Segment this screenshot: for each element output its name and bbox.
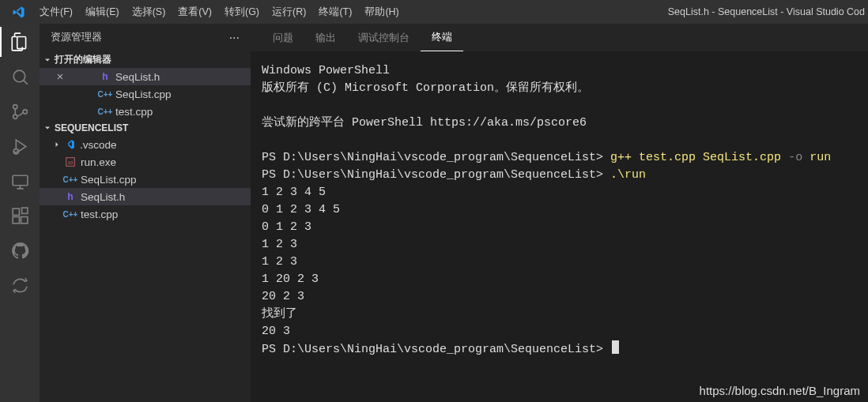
- close-icon[interactable]: [55, 72, 68, 81]
- workspace-label: SEQUENCELIST: [55, 122, 128, 133]
- file-label: run.exe: [81, 156, 116, 168]
- open-editors-list: hSeqList.hC++SeqList.cppC++test.cpp: [40, 68, 251, 120]
- panel-tabs: 问题输出调试控制台终端: [251, 24, 868, 51]
- header-file-icon: h: [98, 71, 112, 82]
- menu-item[interactable]: 转到(G): [218, 0, 266, 24]
- svg-rect-6: [13, 209, 19, 215]
- main-area: 问题输出调试控制台终端 Windows PowerShell 版权所有 (C) …: [251, 24, 868, 402]
- file-label: SeqList.cpp: [115, 88, 172, 100]
- search-icon[interactable]: [9, 66, 30, 87]
- github-icon[interactable]: [9, 240, 30, 261]
- file-label: SeqList.h: [81, 191, 125, 203]
- svg-point-0: [13, 70, 25, 82]
- file-item[interactable]: 10run.exe: [40, 153, 251, 171]
- svg-rect-9: [21, 208, 27, 213]
- svg-rect-7: [13, 216, 19, 223]
- open-editors-label: 打开的编辑器: [55, 53, 111, 66]
- explorer-header: 资源管理器 ···: [40, 24, 251, 51]
- chevron-down-icon: [43, 123, 52, 133]
- menubar: 文件(F)编辑(E)选择(S)查看(V)转到(G)运行(R)终端(T)帮助(H)…: [0, 0, 868, 24]
- menu-item[interactable]: 帮助(H): [358, 0, 405, 24]
- workspace-shell: 资源管理器 ··· 打开的编辑器 hSeqList.hC++SeqList.cp…: [0, 24, 868, 402]
- extensions-icon[interactable]: [9, 205, 30, 226]
- workspace-header[interactable]: SEQUENCELIST: [40, 120, 251, 136]
- explorer-title: 资源管理器: [51, 31, 102, 44]
- run-debug-icon[interactable]: [9, 136, 30, 156]
- svg-point-2: [13, 115, 17, 118]
- menu-item[interactable]: 查看(V): [172, 0, 218, 24]
- panel-tab[interactable]: 调试控制台: [347, 24, 421, 51]
- window-title: SeqList.h - SequenceList - Visual Studio…: [668, 6, 865, 17]
- open-editor-item[interactable]: C++SeqList.cpp: [40, 85, 251, 103]
- svg-text:10: 10: [68, 160, 74, 165]
- open-editors-section[interactable]: 打开的编辑器: [40, 51, 251, 68]
- source-control-icon[interactable]: [9, 101, 30, 122]
- panel-tab[interactable]: 问题: [262, 24, 304, 51]
- open-editor-item[interactable]: C++test.cpp: [40, 103, 251, 120]
- sync-icon[interactable]: [9, 275, 30, 295]
- menu-item[interactable]: 选择(S): [126, 0, 172, 24]
- menu-item[interactable]: 终端(T): [312, 0, 358, 24]
- cpp-file-icon: C++: [63, 210, 77, 219]
- svg-point-3: [23, 109, 27, 113]
- binary-file-icon: 10: [63, 156, 77, 167]
- workspace-tree: .vscode10run.exeC++SeqList.cpphSeqList.h…: [40, 136, 251, 223]
- explorer-icon[interactable]: [9, 32, 30, 52]
- panel-tab[interactable]: 终端: [421, 23, 463, 51]
- cpp-file-icon: C++: [63, 175, 77, 184]
- svg-rect-8: [21, 216, 27, 223]
- file-label: SeqList.cpp: [81, 174, 137, 186]
- folder-item[interactable]: .vscode: [40, 136, 251, 153]
- cpp-file-icon: C++: [98, 107, 112, 116]
- file-label: SeqList.h: [115, 71, 160, 83]
- menu-item[interactable]: 文件(F): [33, 0, 79, 24]
- activity-bar: [0, 24, 40, 402]
- file-label: test.cpp: [115, 106, 153, 118]
- header-file-icon: h: [63, 191, 77, 202]
- menu-items: 文件(F)编辑(E)选择(S)查看(V)转到(G)运行(R)终端(T)帮助(H): [33, 0, 406, 24]
- file-label: test.cpp: [81, 209, 118, 220]
- cpp-file-icon: C++: [98, 90, 112, 99]
- chevron-down-icon: [43, 55, 52, 65]
- explorer-sidebar: 资源管理器 ··· 打开的编辑器 hSeqList.hC++SeqList.cp…: [40, 24, 251, 402]
- watermark-text: https://blog.csdn.net/B_Ingram: [700, 384, 860, 397]
- folder-label: .vscode: [80, 139, 117, 151]
- menu-item[interactable]: 运行(R): [266, 0, 312, 24]
- menu-item[interactable]: 编辑(E): [79, 0, 126, 24]
- file-item[interactable]: C++test.cpp: [40, 205, 251, 223]
- svg-point-1: [13, 104, 17, 108]
- file-item[interactable]: C++SeqList.cpp: [40, 171, 251, 188]
- chevron-right-icon: [52, 140, 62, 149]
- terminal-cursor: [612, 340, 619, 354]
- terminal-output[interactable]: Windows PowerShell 版权所有 (C) Microsoft Co…: [251, 51, 868, 402]
- more-actions-icon[interactable]: ···: [229, 31, 240, 45]
- vscode-logo-icon: [12, 6, 25, 19]
- file-item[interactable]: hSeqList.h: [40, 188, 251, 205]
- vscode-folder-icon: [62, 139, 77, 150]
- svg-rect-5: [13, 175, 28, 186]
- open-editor-item[interactable]: hSeqList.h: [40, 68, 251, 85]
- panel-tab[interactable]: 输出: [304, 24, 347, 51]
- remote-icon[interactable]: [9, 171, 30, 191]
- workspace-section: SEQUENCELIST .vscode10run.exeC++SeqList.…: [40, 120, 251, 223]
